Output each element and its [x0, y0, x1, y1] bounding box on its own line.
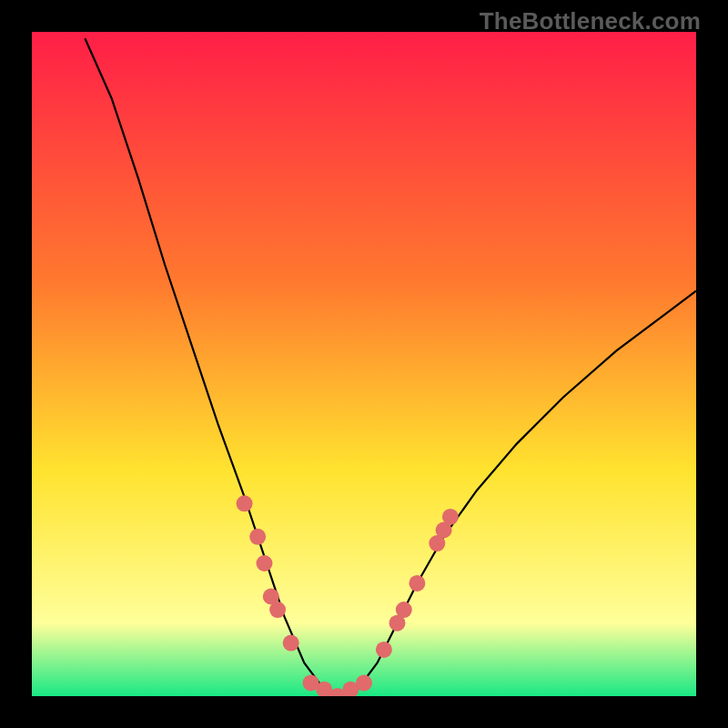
data-dot — [269, 602, 286, 618]
data-dot — [442, 509, 459, 525]
plot-area — [32, 32, 696, 696]
data-dot — [409, 575, 425, 592]
data-dot — [396, 602, 412, 618]
data-dot — [376, 642, 392, 658]
watermark-text: TheBottleneck.com — [480, 7, 701, 35]
data-dot — [249, 529, 266, 545]
gradient-background — [32, 32, 696, 696]
data-dot — [356, 674, 372, 691]
chart-container: TheBottleneck.com — [0, 0, 728, 728]
data-dot — [257, 555, 273, 571]
data-dot — [283, 635, 299, 652]
data-dot — [237, 495, 253, 511]
